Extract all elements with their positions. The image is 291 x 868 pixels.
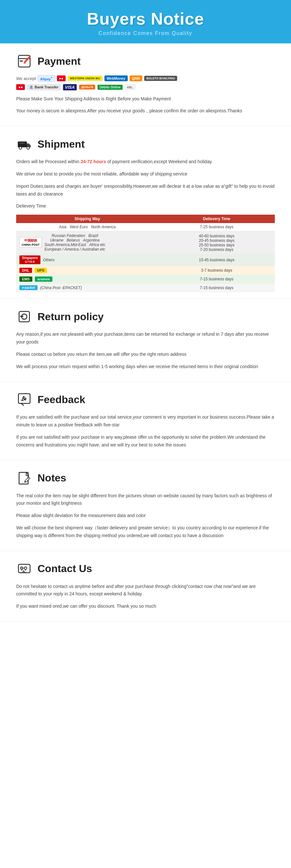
debito-badge: Débito Online — [97, 85, 123, 90]
notes-text2: Please allow slight deviation for the me… — [16, 512, 275, 520]
table-row: Asia West Euro North America 7-25 busine… — [16, 223, 275, 231]
shipping-way-cell: e·packet (China Post -EPACKET) — [16, 284, 158, 292]
etc-badge: etc. — [125, 84, 136, 90]
contact-text1: Do not hesitate to contact us anytime be… — [16, 583, 275, 598]
visa-badge: VISA — [63, 84, 77, 91]
return-body: Any reason,if you are not pleased with y… — [16, 331, 275, 370]
svg-point-14 — [21, 567, 22, 568]
contact-header: Contact Us — [16, 561, 275, 577]
payment-logos: We accept Alipay+ ●● WESTERN UNION WU We… — [16, 75, 275, 91]
shipment-text3: Import Duties,taxes and charges are buye… — [16, 183, 275, 198]
payment-header: Payment — [16, 53, 275, 69]
svg-rect-1 — [20, 61, 23, 62]
shipping-way-cell: EMS aramex — [16, 275, 158, 284]
payment-row-1: We accept Alipay+ ●● WESTERN UNION WU We… — [16, 75, 275, 82]
page-subtitle: Confidence Comes From Quality — [6, 30, 285, 36]
shipment-icon — [16, 136, 32, 152]
shipment-text2: We strive our best to provide you the mo… — [16, 170, 275, 178]
shipment-title: Shipment — [37, 138, 85, 150]
table-row: EMS aramex 7-15 business days — [16, 275, 275, 284]
payment-text1: Please Make Sure Your Shipping Address i… — [16, 95, 275, 103]
page-title: Buyers Notice — [6, 9, 285, 29]
return-header: Return policy — [16, 309, 275, 325]
feedback-text1: If you are satisfied with the purchase a… — [16, 413, 275, 429]
payment-row-2: ●● 🏦 Bank Transfer VISA ДЕНЬГИ Débito On… — [16, 84, 275, 91]
contact-icon — [16, 561, 32, 577]
svg-point-15 — [23, 567, 24, 568]
notes-body: The real color the item may be slight di… — [16, 492, 275, 540]
delivery-label: Delievery Time — [16, 203, 275, 210]
qiwi-badge: QIWI — [130, 75, 142, 81]
notes-text1: The real color the item may be slight di… — [16, 492, 275, 508]
table-header-row: Shipping Way Delievery Time — [16, 215, 275, 223]
payment-icon — [16, 53, 32, 69]
svg-point-4 — [19, 147, 22, 149]
svg-line-10 — [23, 398, 25, 400]
dengi-badge: ДЕНЬГИ — [79, 85, 96, 90]
payment-body: We accept Alipay+ ●● WESTERN UNION WU We… — [16, 75, 275, 115]
mastercard-badge: ●● — [57, 75, 66, 81]
contact-title: Contact Us — [37, 563, 92, 575]
table-row: e·packet (China Post -EPACKET) 7-15 busi… — [16, 284, 275, 292]
shipment-text1: Orders will be Processed within 24-72 ho… — [16, 158, 275, 166]
svg-point-5 — [27, 147, 29, 149]
contact-text2: If you want mixed ored,we can offer you … — [16, 602, 275, 610]
notes-header: Notes — [16, 470, 275, 486]
shipping-way-cell: Singapore싱가포르 Others — [16, 254, 158, 266]
notes-icon — [16, 470, 32, 486]
col-shipping-way: Shipping Way — [16, 215, 158, 223]
return-section: Return policy Any reason,if you are not … — [0, 299, 291, 382]
feedback-body: If you are satisfied with the purchase a… — [16, 413, 275, 449]
payment-section: Payment We accept Alipay+ ●● WESTERN UNI… — [0, 43, 291, 126]
delivery-time-cell: 7-15 business days — [158, 284, 275, 292]
svg-rect-11 — [19, 472, 28, 484]
webmoney-badge: WebMoney — [104, 75, 128, 81]
contact-section: Contact Us Do not hesitate to contact us… — [0, 551, 291, 622]
svg-rect-3 — [18, 142, 27, 147]
col-delivery-time: Delievery Time — [158, 215, 275, 223]
svg-rect-6 — [19, 143, 25, 144]
feedback-header: Feedback — [16, 392, 275, 408]
feedback-text2: If you are not satisfied with your purch… — [16, 434, 275, 449]
page-header: Buyers Notice Confidence Comes From Qual… — [0, 0, 291, 43]
feedback-icon — [16, 392, 32, 408]
western-union-badge: WESTERN UNION WU — [68, 76, 103, 81]
delivery-time-cell: 7-25 business days — [158, 223, 275, 231]
return-text1: Any reason,if you are not pleased with y… — [16, 331, 275, 346]
shipment-header: Shipment — [16, 136, 275, 152]
alipay-badge: Alipay+ — [38, 75, 54, 82]
delivery-time-cell: 15-45 business days — [158, 254, 275, 266]
return-icon — [16, 309, 32, 325]
delivery-time-cell: 40-60 business days 20-45 business days … — [158, 231, 275, 254]
svg-point-16 — [24, 567, 25, 568]
boleto-badge: BOLETO BANCÁRIO — [144, 76, 177, 81]
table-row: DHL UPS 3-7 business days — [16, 266, 275, 275]
shipping-way-cell: DHL UPS — [16, 266, 158, 275]
table-row: Singapore싱가포르 Others 15-45 business days — [16, 254, 275, 266]
contact-body: Do not hesitate to contact us anytime be… — [16, 583, 275, 610]
notes-text3: We will choose the best shipment way（fas… — [16, 524, 275, 540]
table-row: 中国邮政CHINA POST Russian Federation Brazil… — [16, 231, 275, 254]
notes-title: Notes — [37, 472, 66, 484]
shipping-way-cell: Asia West Euro North America — [16, 223, 158, 231]
payment-text2: Your money is secure in aliexpress.After… — [16, 107, 275, 115]
notes-section: Notes The real color the item may be sli… — [0, 460, 291, 551]
shipment-body: Orders will be Processed within 24-72 ho… — [16, 158, 275, 292]
shipment-section: Shipment Orders will be Processed within… — [0, 126, 291, 299]
return-text2: Please contact us before you return the … — [16, 351, 275, 359]
delivery-time-cell: 3-7 business days — [158, 266, 275, 275]
feedback-section: Feedback If you are satisfied with the p… — [0, 382, 291, 460]
delivery-time-cell: 7-15 business days — [158, 275, 275, 284]
payment-title: Payment — [37, 55, 80, 67]
feedback-title: Feedback — [37, 394, 85, 406]
bank-badge: 🏦 Bank Transfer — [27, 84, 61, 90]
mastercard-badge2: ●● — [16, 84, 25, 90]
return-title: Return policy — [37, 311, 104, 323]
shipping-way-cell: 中国邮政CHINA POST Russian Federation Brazil… — [16, 231, 158, 254]
shipping-table: Shipping Way Delievery Time Asia West Eu… — [16, 215, 275, 292]
we-accept-label: We accept — [16, 76, 36, 81]
return-text3: We will process your return request with… — [16, 363, 275, 371]
